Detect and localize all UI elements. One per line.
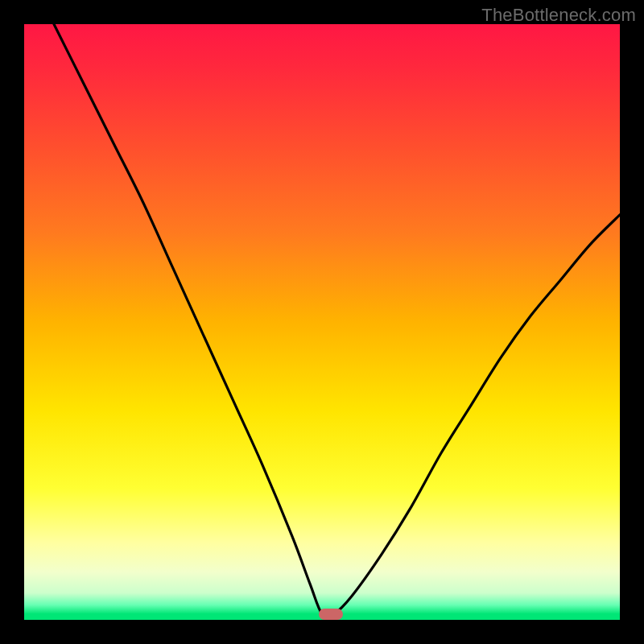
plot-area [24, 24, 620, 620]
curve-layer [24, 24, 620, 620]
bottleneck-curve [54, 24, 620, 617]
optimum-marker [319, 609, 343, 620]
watermark-text: TheBottleneck.com [481, 5, 636, 26]
chart-frame: TheBottleneck.com [0, 0, 644, 644]
